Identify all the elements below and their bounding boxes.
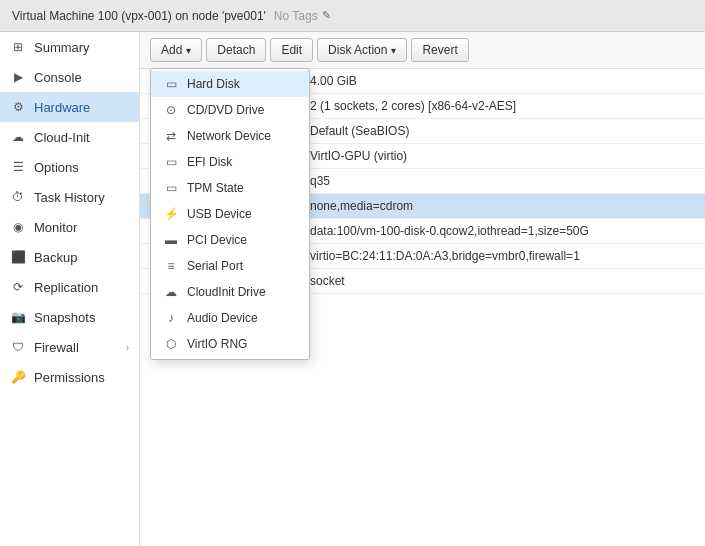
hardware-icon: ⚙ [10,99,26,115]
pci-device-menu-icon: ▬ [163,232,179,248]
no-tags-label: No Tags [274,9,318,23]
menu-item-label-cd-dvd-drive: CD/DVD Drive [187,103,264,117]
sidebar-item-firewall[interactable]: 🛡 Firewall › [0,332,139,362]
sidebar-item-label-snapshots: Snapshots [34,310,95,325]
menu-item-label-hard-disk: Hard Disk [187,77,240,91]
value-cell: 4.00 GiB [300,69,705,94]
sidebar-item-label-firewall: Firewall [34,340,79,355]
sidebar-item-snapshots[interactable]: 📷 Snapshots [0,302,139,332]
sidebar-item-task-history[interactable]: ⏱ Task History [0,182,139,212]
monitor-icon: ◉ [10,219,26,235]
network-device-menu-icon: ⇄ [163,128,179,144]
add-arrow-icon: ▾ [186,45,191,56]
permissions-icon: 🔑 [10,369,26,385]
tpm-state-menu-icon: ▭ [163,180,179,196]
sidebar-item-console[interactable]: ▶ Console [0,62,139,92]
sidebar-item-label-console: Console [34,70,82,85]
revert-button[interactable]: Revert [411,38,468,62]
toolbar: Add ▾ Detach Edit Disk Action ▾ Revert [140,32,705,69]
sidebar-item-summary[interactable]: ⊞ Summary [0,32,139,62]
sidebar-item-cloud-init[interactable]: ☁ Cloud-Init [0,122,139,152]
serial-port-menu-icon: ≡ [163,258,179,274]
sidebar-item-label-backup: Backup [34,250,77,265]
edit-tags-icon[interactable]: ✎ [322,9,331,22]
console-icon: ▶ [10,69,26,85]
menu-item-usb-device[interactable]: ⚡ USB Device [151,201,309,227]
main-layout: ⊞ Summary ▶ Console ⚙ Hardware ☁ Cloud-I… [0,32,705,546]
disk-action-arrow-icon: ▾ [391,45,396,56]
title-bar: Virtual Machine 100 (vpx-001) on node 'p… [0,0,705,32]
menu-item-cloudinit-drive[interactable]: ☁ CloudInit Drive [151,279,309,305]
options-icon: ☰ [10,159,26,175]
firewall-icon: 🛡 [10,339,26,355]
menu-item-efi-disk[interactable]: ▭ EFI Disk [151,149,309,175]
menu-item-label-cloudinit-drive: CloudInit Drive [187,285,266,299]
menu-item-label-virtio-rng: VirtIO RNG [187,337,247,351]
menu-item-tpm-state[interactable]: ▭ TPM State [151,175,309,201]
audio-device-menu-icon: ♪ [163,310,179,326]
sidebar-item-label-options: Options [34,160,79,175]
backup-icon: ⬛ [10,249,26,265]
snapshots-icon: 📷 [10,309,26,325]
menu-item-serial-port[interactable]: ≡ Serial Port [151,253,309,279]
menu-item-pci-device[interactable]: ▬ PCI Device [151,227,309,253]
sidebar-item-options[interactable]: ☰ Options [0,152,139,182]
menu-item-label-pci-device: PCI Device [187,233,247,247]
edit-button[interactable]: Edit [270,38,313,62]
sidebar-item-label-monitor: Monitor [34,220,77,235]
hard-disk-menu-icon: ▭ [163,76,179,92]
efi-disk-menu-icon: ▭ [163,154,179,170]
replication-icon: ⟳ [10,279,26,295]
sidebar-item-monitor[interactable]: ◉ Monitor [0,212,139,242]
sidebar-item-replication[interactable]: ⟳ Replication [0,272,139,302]
sidebar-item-backup[interactable]: ⬛ Backup [0,242,139,272]
sidebar: ⊞ Summary ▶ Console ⚙ Hardware ☁ Cloud-I… [0,32,140,546]
detach-button[interactable]: Detach [206,38,266,62]
menu-item-network-device[interactable]: ⇄ Network Device [151,123,309,149]
menu-item-virtio-rng[interactable]: ⬡ VirtIO RNG [151,331,309,357]
cloudinit-drive-menu-icon: ☁ [163,284,179,300]
virtio-rng-menu-icon: ⬡ [163,336,179,352]
menu-item-cd-dvd-drive[interactable]: ⊙ CD/DVD Drive [151,97,309,123]
sidebar-item-label-replication: Replication [34,280,98,295]
sidebar-item-permissions[interactable]: 🔑 Permissions [0,362,139,392]
sidebar-item-label-task-history: Task History [34,190,105,205]
menu-item-label-audio-device: Audio Device [187,311,258,325]
task-history-icon: ⏱ [10,189,26,205]
sidebar-item-label-summary: Summary [34,40,90,55]
add-button[interactable]: Add ▾ [150,38,202,62]
value-cell: socket [300,269,705,294]
value-cell: q35 [300,169,705,194]
cloud-init-icon: ☁ [10,129,26,145]
menu-item-label-network-device: Network Device [187,129,271,143]
menu-item-audio-device[interactable]: ♪ Audio Device [151,305,309,331]
usb-device-menu-icon: ⚡ [163,206,179,222]
add-dropdown-menu: ▭ Hard Disk ⊙ CD/DVD Drive ⇄ Network Dev… [150,68,310,360]
menu-item-label-tpm-state: TPM State [187,181,244,195]
sidebar-item-label-hardware: Hardware [34,100,90,115]
sidebar-item-label-cloud-init: Cloud-Init [34,130,90,145]
vm-title: Virtual Machine 100 (vpx-001) on node 'p… [12,9,266,23]
menu-item-label-usb-device: USB Device [187,207,252,221]
menu-item-hard-disk[interactable]: ▭ Hard Disk [151,71,309,97]
cd-dvd-drive-menu-icon: ⊙ [163,102,179,118]
menu-item-label-efi-disk: EFI Disk [187,155,232,169]
chevron-icon: › [126,342,129,353]
value-cell: Default (SeaBIOS) [300,119,705,144]
value-cell: none,media=cdrom [300,194,705,219]
tag-area: No Tags ✎ [274,9,331,23]
summary-icon: ⊞ [10,39,26,55]
menu-item-label-serial-port: Serial Port [187,259,243,273]
sidebar-item-label-permissions: Permissions [34,370,105,385]
value-cell: VirtIO-GPU (virtio) [300,144,705,169]
content-area: Add ▾ Detach Edit Disk Action ▾ Revert M… [140,32,705,546]
value-cell: virtio=BC:24:11:DA:0A:A3,bridge=vmbr0,fi… [300,244,705,269]
value-cell: data:100/vm-100-disk-0.qcow2,iothread=1,… [300,219,705,244]
sidebar-item-hardware[interactable]: ⚙ Hardware [0,92,139,122]
value-cell: 2 (1 sockets, 2 cores) [x86-64-v2-AES] [300,94,705,119]
disk-action-button[interactable]: Disk Action ▾ [317,38,407,62]
